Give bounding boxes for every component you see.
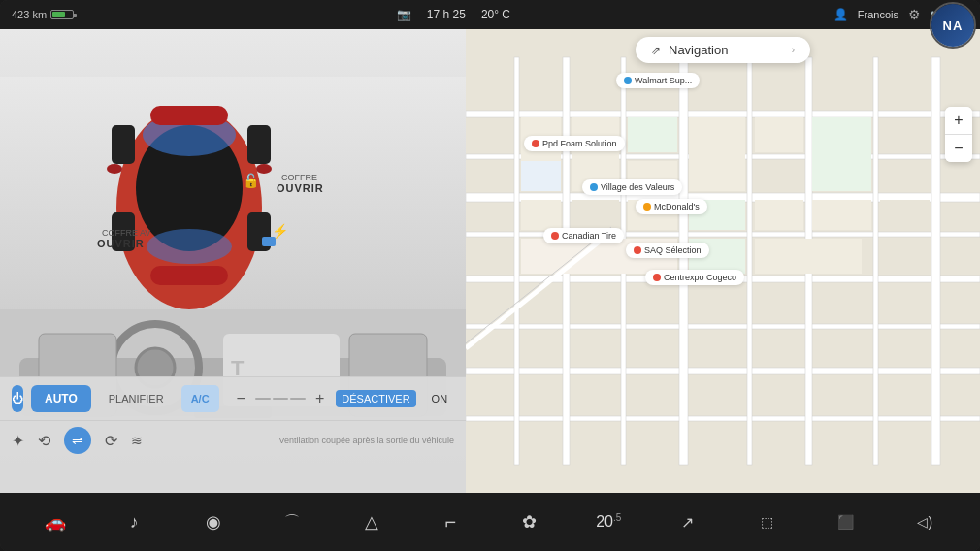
ouvrir-front-button[interactable]: OUVRIR	[97, 238, 145, 249]
climate-mode-options: DÉSACTIVER ON CHIEN CAMP	[336, 390, 466, 407]
avatar[interactable]: NA	[930, 2, 976, 49]
map-background	[466, 29, 980, 493]
seat-icon: ↗	[681, 513, 694, 532]
svg-rect-25	[466, 111, 980, 117]
user-icon: 👤	[833, 8, 848, 21]
avatar-initials: NA	[931, 4, 974, 47]
svg-rect-47	[521, 161, 561, 191]
svg-rect-44	[689, 117, 745, 191]
lock-icon[interactable]: 🔓	[243, 173, 259, 188]
door-icon: ⌐	[444, 511, 456, 534]
taskbar-car[interactable]: 🚗	[36, 502, 75, 541]
heat-icon: ≋	[131, 433, 143, 448]
taskbar-temp-display: 20.5	[589, 502, 628, 541]
place-name-centrexpo: Centrexpo Cogeco	[664, 273, 736, 282]
map-place-village[interactable]: Village des Valeurs	[582, 179, 682, 195]
battery-info: 423 km	[12, 9, 74, 20]
cabin-temp: 20.5	[596, 512, 621, 531]
svg-rect-59	[755, 239, 862, 274]
place-pin-village	[590, 183, 598, 191]
map-roads-svg	[466, 29, 980, 493]
place-pin-ppd	[532, 140, 539, 147]
place-pin-centrexpo	[653, 274, 661, 281]
camera-taskbar-icon: ◉	[206, 511, 221, 533]
svg-rect-56	[880, 200, 930, 230]
temp-lines	[255, 398, 306, 400]
ouvrir-rear-button[interactable]: OUVRIR	[277, 182, 324, 194]
place-name-walmart: Walmart Sup...	[635, 76, 692, 85]
place-pin-canadian	[551, 232, 559, 240]
ac-button[interactable]: A/C	[181, 385, 219, 412]
coffre-rear-label: COFFRE	[281, 173, 317, 182]
svg-point-5	[107, 164, 122, 174]
volume-icon: ◁)	[917, 514, 932, 530]
taskbar-camera[interactable]: ◉	[194, 502, 233, 541]
temp-plus-button[interactable]: +	[311, 390, 328, 407]
place-name-saq: SAQ Sélection	[644, 245, 702, 255]
taskbar-fan[interactable]: ✿	[510, 502, 549, 541]
temp-controls: − +	[233, 390, 329, 407]
place-name-village: Village des Valeurs	[601, 182, 674, 192]
svg-rect-30	[466, 324, 980, 329]
climate-panel: ⏻ AUTO PLANIFIER A/C − + DÉSAC	[0, 376, 466, 493]
fan-icon[interactable]: ✦	[12, 432, 24, 450]
map-place-mcdonalds[interactable]: McDonald's	[636, 199, 707, 214]
svg-rect-33	[514, 57, 519, 465]
ventilation-note: Ventilation coupée après la sortie du vé…	[278, 436, 454, 445]
svg-rect-46	[812, 117, 871, 191]
taskbar-defrost[interactable]: ⬛	[827, 502, 866, 541]
planifier-button[interactable]: PLANIFIER	[99, 385, 174, 412]
main-screen: 423 km 📷 17 h 25 20° C 👤 Francois ⚙ 📷 ⚡ …	[0, 0, 980, 551]
zoom-out-button[interactable]: −	[945, 135, 972, 162]
svg-rect-36	[679, 57, 688, 465]
window-icon: △	[365, 511, 378, 533]
defrost-icon: ⬛	[837, 514, 854, 530]
taskbar-music[interactable]: ♪	[114, 502, 153, 541]
map-place-walmart[interactable]: Walmart Sup...	[616, 73, 700, 88]
taskbar-window[interactable]: △	[352, 502, 391, 541]
taskbar-rear-defrost[interactable]: ⬚	[747, 502, 786, 541]
map-place-centrexpo[interactable]: Centrexpo Cogeco	[645, 270, 744, 285]
map-place-ppd[interactable]: Ppd Foam Solution	[524, 136, 625, 151]
taskbar: 🚗 ♪ ◉ ⌒ △ ⌐ ✿ 20.5 ↗ ⬚	[0, 493, 980, 551]
svg-point-4	[147, 229, 232, 264]
car-icon: 🚗	[45, 511, 66, 533]
svg-text:⚡: ⚡	[272, 223, 289, 240]
svg-rect-10	[247, 125, 271, 164]
nav-label: Navigation	[669, 43, 784, 57]
coffre-front-label: COFFRE AV	[102, 228, 150, 238]
svg-rect-8	[150, 266, 228, 285]
taskbar-door[interactable]: ⌐	[431, 502, 470, 541]
svg-rect-32	[466, 416, 980, 421]
svg-rect-45	[755, 117, 803, 152]
auto-button[interactable]: AUTO	[31, 385, 91, 412]
on-option[interactable]: ON	[426, 390, 454, 407]
desactiver-option[interactable]: DÉSACTIVER	[336, 390, 415, 407]
zoom-in-button[interactable]: +	[945, 107, 972, 134]
svg-rect-39	[873, 57, 878, 465]
gear-icon[interactable]: ⚙	[908, 7, 921, 22]
map-place-canadian[interactable]: Canadian Tire	[543, 228, 624, 243]
status-bar-left: 423 km	[12, 9, 74, 20]
status-bar-center: 📷 17 h 25 20° C	[85, 8, 822, 21]
taskbar-wiper[interactable]: ⌒	[273, 502, 311, 541]
seat-airflow-icon[interactable]: ⇌	[64, 427, 91, 454]
taskbar-seat[interactable]: ↗	[669, 502, 707, 541]
map-place-saq[interactable]: SAQ Sélection	[626, 243, 709, 258]
svg-rect-54	[755, 200, 803, 230]
nav-bar: ⇗ Navigation ›	[466, 37, 980, 63]
airflow-right-icon[interactable]: ⟳	[105, 432, 117, 450]
climate-bottom-row: ✦ ⟲ ⇌ ⟳ ≋ Ventilation coupée après la so…	[0, 421, 466, 460]
navigation-pill[interactable]: ⇗ Navigation ›	[636, 37, 810, 63]
power-button[interactable]: ⏻	[12, 385, 23, 412]
map-zoom-controls: + −	[945, 107, 972, 162]
place-name-canadian: Canadian Tire	[562, 231, 616, 241]
fan-taskbar-icon: ✿	[522, 511, 537, 533]
map-panel[interactable]: ⇗ Navigation › Walmart Sup... Ppd Foam S…	[466, 29, 980, 493]
temp-minus-button[interactable]: −	[233, 390, 249, 407]
camera-small-icon: 📷	[397, 8, 411, 21]
place-pin-saq	[634, 246, 641, 254]
taskbar-volume[interactable]: ◁)	[905, 502, 944, 541]
rear-defrost-icon: ⬚	[761, 514, 773, 530]
airflow-left-icon[interactable]: ⟲	[38, 432, 50, 450]
